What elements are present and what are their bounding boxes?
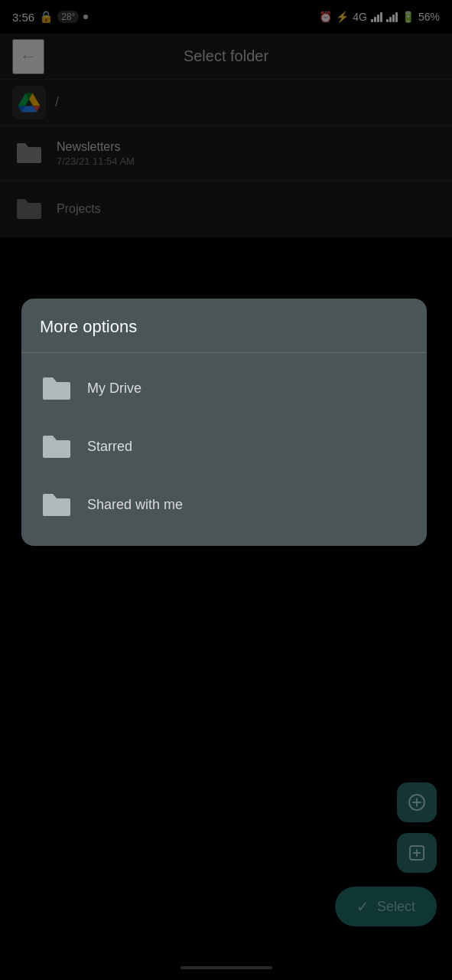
modal-items-list: My Drive Starred Shared with me <box>21 353 427 546</box>
shared-label: Shared with me <box>87 497 183 513</box>
modal-title: More options <box>21 299 427 353</box>
modal-item-my-drive[interactable]: My Drive <box>21 359 427 417</box>
starred-label: Starred <box>87 439 132 455</box>
my-drive-label: My Drive <box>87 381 141 397</box>
more-options-modal: More options My Drive Starred <box>21 299 427 546</box>
modal-item-shared[interactable]: Shared with me <box>21 475 427 534</box>
folder-icon-my-drive <box>40 371 73 405</box>
folder-icon-starred <box>40 430 73 463</box>
modal-item-starred[interactable]: Starred <box>21 417 427 475</box>
folder-icon-shared <box>40 488 73 521</box>
